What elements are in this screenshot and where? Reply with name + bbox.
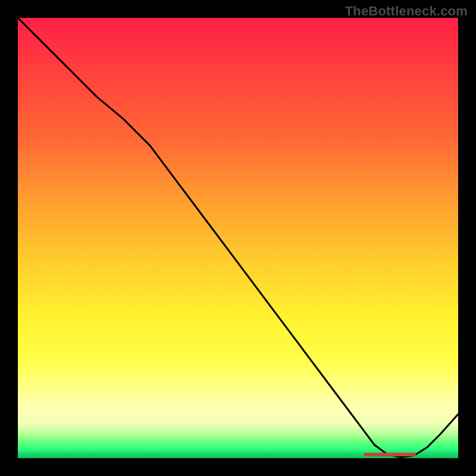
plot-area (18, 18, 458, 458)
watermark-text: TheBottleneck.com (345, 4, 468, 19)
chart-overlay (18, 18, 458, 458)
chart-frame: TheBottleneck.com (0, 0, 476, 476)
curve-line (18, 18, 458, 458)
